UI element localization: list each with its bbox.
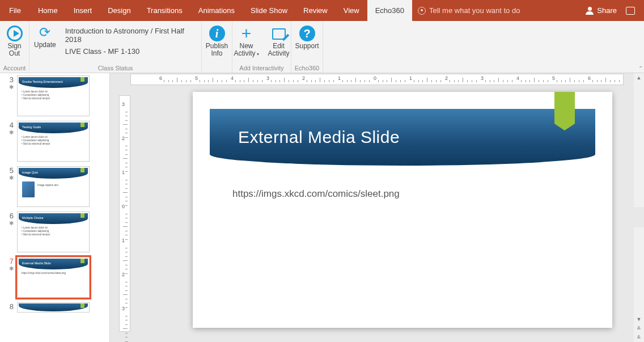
signout-label: Sign Out: [7, 43, 21, 57]
share-button[interactable]: Share: [586, 6, 617, 15]
thumb-preview: External Media Slidehttps://imgs.xkcd.co…: [17, 257, 90, 298]
edit-activity-label: Edit Activity: [268, 43, 290, 57]
vertical-scrollbar[interactable]: ▲ ▼ ≙ ≚: [634, 73, 644, 342]
class-name: Introduction to Astronomy / First Half 2…: [65, 27, 194, 44]
vertical-ruler: 3210123: [119, 95, 130, 332]
update-icon: ⟳: [37, 24, 53, 40]
thumb-preview: Smoke Testing Entertainment• Lorem ipsum…: [17, 75, 90, 116]
tab-slideshow[interactable]: Slide Show: [243, 0, 295, 21]
plus-icon: +: [238, 26, 254, 41]
chevron-down-icon: ▾: [257, 52, 259, 57]
slide-thumbnail-panel: 3✱Smoke Testing Entertainment• Lorem ips…: [0, 73, 110, 342]
update-label: Update: [34, 41, 56, 49]
publish-label: Publish Info: [206, 43, 228, 57]
scroll-up[interactable]: ▲: [634, 73, 644, 82]
thumbnail-slide-4[interactable]: 4✱Testing Goals• Lorem ipsum dolor sit• …: [0, 119, 109, 164]
thumbnail-slide-8[interactable]: 8: [0, 300, 109, 315]
thumb-number: 8: [3, 302, 14, 313]
scroll-down[interactable]: ▼: [634, 315, 644, 324]
tab-animations[interactable]: Animations: [190, 0, 243, 21]
tab-insert[interactable]: Insert: [66, 0, 100, 21]
support-button[interactable]: ? Support: [293, 24, 321, 51]
new-activity-button[interactable]: + New Activity▾: [231, 24, 261, 59]
tab-home[interactable]: Home: [30, 0, 66, 21]
horizontal-ruler: 6543210123456: [130, 74, 624, 85]
tab-review[interactable]: Review: [295, 0, 336, 21]
support-label: Support: [295, 43, 319, 50]
publish-group-label: [216, 65, 218, 71]
thumb-number: 6✱: [3, 212, 14, 252]
thumbnail-slide-6[interactable]: 6✱Multiple Choice• Lorem ipsum dolor sit…: [0, 209, 109, 255]
tab-echo360[interactable]: Echo360: [367, 0, 412, 21]
edit-icon: [272, 27, 286, 40]
tellme-placeholder: Tell me what you want to do: [429, 6, 520, 15]
prev-slide[interactable]: ≙: [634, 324, 644, 333]
update-button[interactable]: ⟳ Update: [29, 23, 58, 50]
lightbulb-icon: [418, 7, 426, 15]
thumb-preview: Testing Goals• Lorem ipsum dolor sit• Co…: [17, 121, 90, 162]
editing-area: 3✱Smoke Testing Entertainment• Lorem ips…: [0, 73, 644, 342]
thumbnail-slide-3[interactable]: 3✱Smoke Testing Entertainment• Lorem ips…: [0, 73, 109, 119]
thumb-number: 4✱: [3, 121, 14, 162]
comments-icon[interactable]: [626, 7, 635, 15]
thumbnail-slide-7[interactable]: 7✱External Media Slidehttps://imgs.xkcd.…: [0, 255, 109, 300]
thumb-preview: [17, 302, 90, 313]
slide-canvas-area: 3210123 6543210123456 External Media Sli…: [110, 73, 644, 342]
tellme-search[interactable]: Tell me what you want to do: [418, 0, 520, 21]
thumbnail-slide-5[interactable]: 5✱Image QuizImage caption text: [0, 164, 109, 209]
echo360-group-label: Echo360: [295, 65, 319, 71]
question-icon: ?: [299, 26, 315, 41]
signout-icon: [7, 26, 23, 41]
collapse-ribbon[interactable]: ⌃: [638, 65, 643, 71]
slide-body-text[interactable]: https://imgs.xkcd.com/comics/sleet.png: [193, 166, 612, 222]
thumb-number: 3✱: [3, 75, 14, 116]
class-status-group-label: Class Status: [29, 65, 201, 71]
publish-info-button[interactable]: i Publish Info: [204, 24, 230, 58]
new-activity-label: New Activity▾: [234, 43, 259, 58]
thumb-number: 5✱: [3, 166, 14, 207]
thumbnail-scroll[interactable]: 3✱Smoke Testing Entertainment• Lorem ips…: [0, 73, 109, 342]
slide[interactable]: External Media Slide https://imgs.xkcd.c…: [193, 92, 612, 328]
slide-canvas[interactable]: External Media Slide https://imgs.xkcd.c…: [130, 85, 634, 342]
person-icon: [586, 7, 594, 15]
thumb-preview: Image QuizImage caption text: [17, 166, 90, 207]
tab-view[interactable]: View: [336, 0, 367, 21]
signout-button[interactable]: Sign Out: [5, 24, 25, 58]
tab-transitions[interactable]: Transitions: [139, 0, 190, 21]
slide-title-bar: External Media Slide: [210, 109, 595, 166]
share-label: Share: [597, 6, 617, 15]
thumb-preview: Multiple Choice• Lorem ipsum dolor sit• …: [17, 212, 90, 252]
title-bar: File Home Insert Design Transitions Anim…: [0, 0, 644, 21]
thumb-number: 7✱: [3, 257, 14, 298]
interactivity-group-label: Add Interactivity: [239, 65, 283, 71]
tab-file[interactable]: File: [0, 0, 30, 21]
slide-title[interactable]: External Media Slide: [238, 128, 400, 147]
info-icon: i: [209, 26, 225, 41]
class-schedule: LIVE Class - MF 1-130: [65, 47, 194, 56]
tab-design[interactable]: Design: [100, 0, 138, 21]
ribbon: Sign Out Account ⟳ Update Introduction t…: [0, 21, 644, 73]
next-slide[interactable]: ≚: [634, 333, 644, 342]
account-group-label: Account: [3, 65, 26, 71]
